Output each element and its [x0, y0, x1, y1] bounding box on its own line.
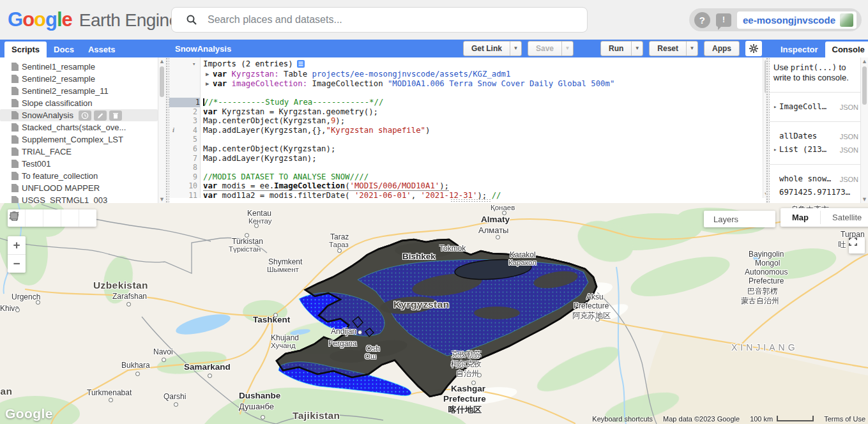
console-entry[interactable]: whole snow…JSON — [770, 172, 861, 186]
settings-gear-button[interactable] — [745, 41, 762, 56]
polygon-tool[interactable] — [61, 209, 79, 227]
script-item[interactable]: Test001 — [0, 158, 159, 170]
map-type-map[interactable]: Map — [780, 208, 820, 227]
script-item[interactable]: UNFLOOD MAPPER — [0, 182, 159, 194]
snow-cover-overlay-layer — [0, 203, 868, 424]
script-list: Sentinel1_resampleSentinel2_resampleSent… — [0, 57, 159, 203]
fullscreen-button[interactable] — [849, 238, 865, 254]
script-item[interactable]: Sentinel2_resample_11 — [0, 85, 159, 97]
json-badge[interactable]: JSON — [837, 133, 858, 140]
file-icon — [11, 123, 19, 132]
console-scrollbar[interactable]: ▲▼ — [860, 57, 868, 203]
script-item[interactable]: Sentinel2_resample — [0, 73, 159, 85]
script-item[interactable]: Supplement_Complex_LST — [0, 133, 159, 146]
file-icon — [11, 196, 19, 203]
help-icon[interactable]: ? — [694, 12, 710, 28]
logo-letter: o — [34, 8, 45, 31]
script-item[interactable]: SnowAnalysis — [0, 109, 158, 121]
import-row[interactable]: ▶var imageCollection: ImageCollection "M… — [169, 79, 763, 89]
script-item[interactable]: To feature_collection — [0, 170, 159, 182]
import-row[interactable]: ▶var Kyrgzstan: Table projects/ee-mosong… — [169, 70, 763, 80]
file-icon — [11, 172, 19, 180]
layers-button[interactable]: Layers — [704, 211, 775, 227]
script-name: Supplement_Complex_LST — [22, 135, 123, 144]
history-icon[interactable] — [79, 110, 91, 121]
feedback-icon[interactable]: ! — [716, 13, 731, 27]
get-link-dropdown[interactable]: ▼ — [510, 42, 521, 56]
expand-arrow-icon[interactable]: ▶ — [206, 79, 209, 89]
get-link-button[interactable]: Get Link▼ — [463, 41, 522, 56]
console-hint: Use print(...) to write to this console. — [770, 57, 861, 84]
file-icon — [11, 111, 19, 119]
file-icon — [11, 75, 19, 83]
script-name: Slope classification — [22, 98, 93, 108]
scripts-scrollbar[interactable]: ▲▼ — [158, 57, 165, 203]
json-badge[interactable]: JSON — [837, 103, 858, 111]
terms-of-use-link[interactable]: Terms of Use — [824, 415, 865, 423]
tab-assets[interactable]: Assets — [81, 42, 123, 57]
console-entry[interactable]: 6971425.971173… — [770, 186, 861, 199]
map-type-satellite[interactable]: Satellite — [821, 208, 868, 227]
map-type-control: Map Satellite — [780, 208, 868, 227]
script-item[interactable]: USGS_SRTMGL1_003 — [0, 194, 159, 203]
tab-scripts[interactable]: Scripts — [4, 42, 47, 57]
keyboard-shortcuts-link[interactable]: Keyboard shortcuts — [592, 415, 653, 423]
console-entry-label: ImageColl… — [779, 102, 826, 112]
script-item[interactable]: Slope classification — [0, 97, 159, 109]
expand-arrow-icon[interactable]: ▸ — [773, 144, 779, 155]
console-entry-label: whole snow… — [779, 174, 831, 185]
code-line: 4iMap.addLayer(Kyrgzstan,{},"Kyrgzstan s… — [169, 126, 763, 135]
panels-row: Scripts Docs Assets Sentinel1_resampleSe… — [0, 40, 868, 203]
line-number: 5 — [169, 135, 197, 144]
json-badge[interactable]: JSON — [837, 146, 858, 154]
json-badge[interactable]: JSON — [837, 176, 858, 183]
code-text: //*----------Study Area------------*// — [203, 98, 383, 107]
account-chip[interactable]: ee-mosongjnvscode — [737, 11, 857, 29]
imports-header[interactable]: ▾Imports (2 entries) — [169, 59, 763, 70]
import-tokens: var imageCollection: ImageCollection "MO… — [213, 79, 614, 89]
rename-icon[interactable] — [94, 110, 107, 121]
expand-arrow-icon[interactable]: ▶ — [206, 70, 209, 79]
console-entry[interactable]: ▸List (213…JSON — [770, 143, 861, 156]
console-entry[interactable]: ▸ImageColl…JSON — [770, 100, 861, 114]
account-name: ee-mosongjnvscode — [743, 15, 835, 26]
search-bar[interactable] — [171, 7, 588, 33]
apps-button[interactable]: Apps — [704, 41, 740, 56]
point-marker-tool[interactable] — [26, 209, 43, 227]
run-button[interactable]: Run▼ — [600, 41, 643, 56]
script-item[interactable]: Sentinel1_resample — [0, 61, 159, 73]
delete-icon[interactable] — [109, 110, 122, 121]
tab-console[interactable]: Console — [825, 42, 868, 57]
search-input[interactable] — [206, 13, 587, 26]
zoom-in-button[interactable]: + — [8, 236, 26, 255]
code-editor[interactable]: ▾Imports (2 entries)▶var Kyrgzstan: Tabl… — [169, 57, 763, 198]
file-icon — [11, 63, 19, 71]
tab-docs[interactable]: Docs — [47, 42, 81, 57]
editor-resize-grip[interactable] — [450, 199, 491, 202]
save-button[interactable]: Save▼ — [528, 41, 574, 56]
line-number: 10 — [169, 181, 197, 191]
run-dropdown[interactable]: ▼ — [631, 42, 643, 56]
imports-block: ▾Imports (2 entries)▶var Kyrgzstan: Tabl… — [169, 59, 763, 89]
imports-title: Imports (2 entries) — [203, 59, 293, 69]
editor-toolbar: Get Link▼ Save▼ Run▼ Reset▼ Apps — [463, 41, 762, 56]
console-divider — [770, 164, 861, 165]
tab-inspector[interactable]: Inspector — [773, 42, 825, 57]
reset-dropdown[interactable]: ▼ — [686, 42, 697, 56]
expand-arrow-icon[interactable]: ▸ — [773, 102, 779, 112]
save-dropdown[interactable]: ▼ — [561, 42, 573, 56]
line-tool[interactable] — [43, 209, 61, 227]
script-item[interactable]: Stacked_charts(stack_ove... — [0, 121, 159, 133]
code-line: 3Map.centerObject(Kyrgzstan,9); — [169, 116, 763, 126]
console-entry-label: 6971425.971173… — [779, 187, 850, 198]
editor-title: SnowAnalysis — [175, 44, 231, 54]
collapse-caret-icon[interactable]: ▾ — [192, 59, 195, 69]
script-item[interactable]: TRIAL_FACE — [0, 146, 159, 158]
search-icon — [186, 14, 197, 26]
zoom-out-button[interactable]: − — [8, 255, 26, 273]
map-canvas[interactable]: KentauКентауTurkistanТүркістанShymkentШы… — [0, 203, 868, 424]
console-entry[interactable]: allDatesJSON — [770, 130, 861, 143]
rectangle-tool[interactable] — [79, 209, 96, 227]
google-maps-logo: Google — [5, 406, 53, 421]
reset-button[interactable]: Reset▼ — [649, 41, 698, 56]
